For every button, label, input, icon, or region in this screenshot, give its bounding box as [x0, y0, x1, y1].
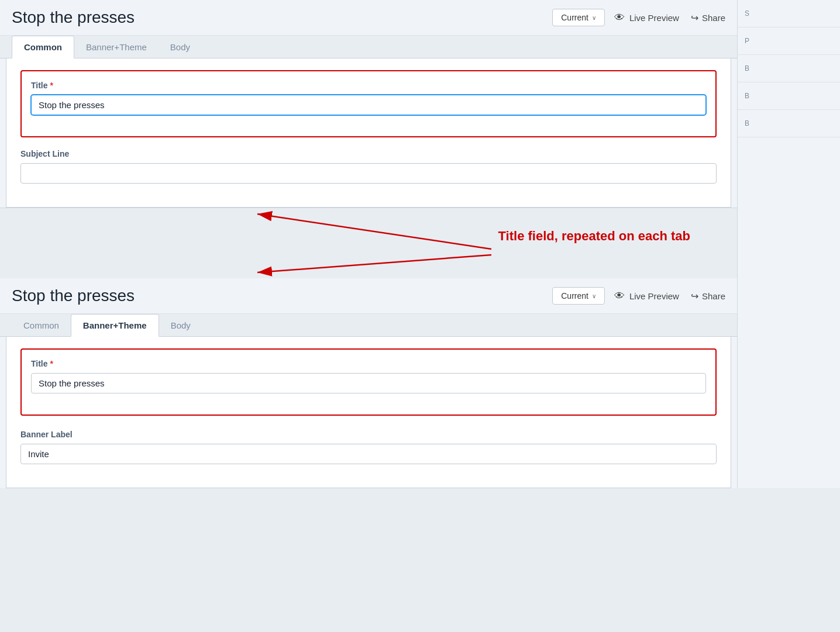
tab-banner-theme-top[interactable]: Banner+Theme — [74, 36, 159, 58]
tab-banner-theme-bottom[interactable]: Banner+Theme — [71, 314, 159, 337]
bottom-section: Stop the presses Current ∨ 👁 Live Previe… — [0, 278, 737, 488]
title-required-star-top: * — [50, 81, 53, 90]
tab-common-top[interactable]: Common — [12, 36, 74, 58]
tabs-bottom: Common Banner+Theme Body — [0, 314, 737, 337]
sidebar-item-5: B — [738, 110, 840, 137]
svg-line-3 — [257, 255, 491, 272]
subject-line-label-top: Subject Line — [20, 149, 717, 158]
svg-line-2 — [257, 214, 491, 249]
share-icon-top: ↪ — [691, 12, 698, 23]
share-label-top: Share — [702, 13, 725, 23]
page-title-top: Stop the presses — [12, 8, 543, 27]
live-preview-button-bottom[interactable]: 👁 Live Preview — [614, 290, 679, 302]
page-title-bottom: Stop the presses — [12, 286, 543, 305]
eye-icon-bottom: 👁 — [614, 290, 625, 302]
title-label-top: Title * — [31, 81, 706, 90]
title-input-bottom[interactable] — [31, 373, 706, 393]
annotation-area: Title field, repeated on each tab — [0, 208, 737, 278]
tabs-top: Common Banner+Theme Body — [0, 36, 737, 58]
subject-line-field-group-top: Subject Line — [20, 149, 717, 184]
sidebar-item-1: S — [738, 0, 840, 27]
title-field-group-bottom: Title * — [31, 359, 706, 393]
form-panel-bottom: Title * Banner Label — [6, 337, 731, 488]
chevron-down-icon-top: ∨ — [592, 15, 596, 21]
title-field-box-top: Title * — [20, 70, 717, 137]
top-header: Stop the presses Current ∨ 👁 Live Previe… — [0, 0, 737, 36]
tab-body-bottom[interactable]: Body — [159, 315, 202, 336]
bottom-header: Stop the presses Current ∨ 👁 Live Previe… — [0, 278, 737, 314]
header-right-top: 👁 Live Preview ↪ Share — [614, 12, 725, 24]
chevron-down-icon-bottom: ∨ — [592, 293, 596, 299]
banner-label-input[interactable] — [20, 444, 717, 464]
share-label-bottom: Share — [702, 291, 725, 301]
form-panel-top: Title * Subject Line — [6, 58, 731, 208]
title-label-bottom: Title * — [31, 359, 706, 368]
share-icon-bottom: ↪ — [691, 291, 698, 302]
share-button-bottom[interactable]: ↪ Share — [691, 291, 725, 302]
sidebar-item-3: B — [738, 55, 840, 82]
current-label-bottom: Current — [561, 291, 588, 301]
right-sidebar: S P B B B — [737, 0, 840, 488]
subject-line-input-top[interactable] — [20, 163, 717, 184]
sidebar-item-4: B — [738, 82, 840, 110]
annotation-text: Title field, repeated on each tab — [498, 229, 690, 244]
tab-body-top[interactable]: Body — [159, 36, 202, 58]
current-dropdown-top[interactable]: Current ∨ — [552, 9, 605, 26]
live-preview-button-top[interactable]: 👁 Live Preview — [614, 12, 679, 24]
current-label-top: Current — [561, 13, 588, 22]
header-right-bottom: 👁 Live Preview ↪ Share — [614, 290, 725, 302]
tab-common-bottom[interactable]: Common — [12, 315, 71, 336]
live-preview-label-bottom: Live Preview — [629, 291, 679, 301]
top-section: Stop the presses Current ∨ 👁 Live Previe… — [0, 0, 737, 208]
title-field-box-bottom: Title * — [20, 348, 717, 416]
title-required-star-bottom: * — [50, 359, 53, 368]
sidebar-item-2: P — [738, 27, 840, 55]
title-field-group-top: Title * — [31, 81, 706, 115]
eye-icon-top: 👁 — [614, 12, 625, 24]
live-preview-label-top: Live Preview — [629, 13, 679, 23]
banner-label-label: Banner Label — [20, 430, 717, 439]
banner-label-field-group: Banner Label — [20, 430, 717, 464]
share-button-top[interactable]: ↪ Share — [691, 12, 725, 23]
current-dropdown-bottom[interactable]: Current ∨ — [552, 287, 605, 305]
title-input-top[interactable] — [31, 95, 706, 115]
